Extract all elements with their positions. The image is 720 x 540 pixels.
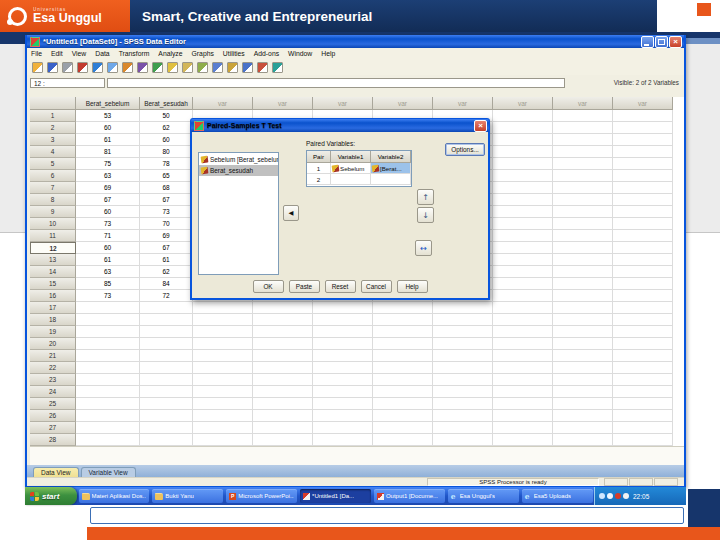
empty-cell[interactable] [313, 434, 373, 446]
empty-cell[interactable] [433, 338, 493, 350]
empty-cell[interactable] [613, 314, 673, 326]
empty-cell[interactable] [433, 314, 493, 326]
cell-berat-sebelum-28[interactable] [76, 434, 140, 446]
empty-cell[interactable] [253, 362, 313, 374]
empty-cell[interactable] [193, 362, 253, 374]
empty-cell[interactable] [253, 434, 313, 446]
empty-cell[interactable] [253, 314, 313, 326]
options-button[interactable]: Options... [445, 143, 485, 156]
empty-cell[interactable] [553, 410, 613, 422]
taskbar-item-materi-aplikasi-dos[interactable]: Materi Aplikasi Dos... [79, 489, 150, 503]
paired-variable-cell[interactable]: [Berat... [371, 163, 411, 174]
row-header-2[interactable]: 2 [30, 122, 76, 134]
taskbar-item-bukti-yanu[interactable]: Bukti Yanu [152, 489, 223, 503]
row-header-9[interactable]: 9 [30, 206, 76, 218]
empty-cell[interactable] [613, 170, 673, 182]
row-header-15[interactable]: 15 [30, 278, 76, 290]
swap-variables-button[interactable]: ↔ [415, 240, 432, 256]
menu-graphs[interactable]: Graphs [192, 50, 214, 57]
row-header-25[interactable]: 25 [30, 398, 76, 410]
move-up-button[interactable]: ↑ [417, 189, 434, 205]
cell-berat-sebelum-22[interactable] [76, 362, 140, 374]
cell-berat-sebelum-21[interactable] [76, 350, 140, 362]
restore-button[interactable] [655, 36, 668, 48]
row-header-18[interactable]: 18 [30, 314, 76, 326]
empty-cell[interactable] [373, 314, 433, 326]
empty-cell[interactable] [253, 398, 313, 410]
empty-cell[interactable] [433, 350, 493, 362]
ok-button[interactable]: OK [253, 280, 284, 293]
empty-cell[interactable] [373, 434, 433, 446]
paired-variable-cell[interactable] [371, 174, 411, 185]
cell-berat-sesudah-21[interactable] [140, 350, 193, 362]
empty-cell[interactable] [493, 170, 553, 182]
empty-cell[interactable] [613, 218, 673, 230]
split-file-icon[interactable] [212, 62, 223, 73]
empty-cell[interactable] [613, 398, 673, 410]
empty-cell[interactable] [433, 422, 493, 434]
empty-cell[interactable] [553, 302, 613, 314]
menu-data[interactable]: Data [95, 50, 109, 57]
empty-cell[interactable] [613, 434, 673, 446]
empty-cell[interactable] [553, 122, 613, 134]
taskbar-item-output1-docume[interactable]: Output1 [Docume... [374, 489, 445, 503]
empty-cell[interactable] [553, 158, 613, 170]
cell-berat-sesudah-20[interactable] [140, 338, 193, 350]
empty-cell[interactable] [553, 182, 613, 194]
empty-cell[interactable] [553, 422, 613, 434]
empty-cell[interactable] [313, 314, 373, 326]
cell-berat-sesudah-26[interactable] [140, 410, 193, 422]
empty-cell[interactable] [613, 206, 673, 218]
empty-cell[interactable] [553, 350, 613, 362]
row-header-27[interactable]: 27 [30, 422, 76, 434]
empty-cell[interactable] [553, 386, 613, 398]
cell-berat-sesudah-14[interactable]: 62 [140, 266, 193, 278]
empty-cell[interactable] [493, 386, 553, 398]
empty-cell[interactable] [253, 410, 313, 422]
cell-berat-sebelum-16[interactable]: 73 [76, 290, 140, 302]
empty-cell[interactable] [493, 374, 553, 386]
empty-cell[interactable] [193, 434, 253, 446]
cell-berat-sebelum-3[interactable]: 61 [76, 134, 140, 146]
empty-cell[interactable] [613, 146, 673, 158]
empty-cell[interactable] [253, 386, 313, 398]
empty-cell[interactable] [373, 302, 433, 314]
empty-cell[interactable] [313, 362, 373, 374]
empty-cell[interactable] [493, 218, 553, 230]
empty-cell[interactable] [553, 218, 613, 230]
empty-cell[interactable] [493, 290, 553, 302]
find-icon[interactable] [167, 62, 178, 73]
empty-cell[interactable] [553, 194, 613, 206]
empty-cell[interactable] [553, 206, 613, 218]
cell-berat-sesudah-3[interactable]: 60 [140, 134, 193, 146]
cell-berat-sesudah-11[interactable]: 69 [140, 230, 193, 242]
select-cases-icon[interactable] [242, 62, 253, 73]
column-header-berat-sebelum[interactable]: Berat_sebelum [76, 97, 140, 110]
empty-cell[interactable] [553, 134, 613, 146]
minimize-button[interactable] [641, 36, 654, 48]
open-file-icon[interactable] [32, 62, 43, 73]
use-sets-icon[interactable] [272, 62, 283, 73]
source-variable-sebelum-berat-sebelum[interactable]: Sebelum [Berat_sebelum] [199, 154, 278, 165]
cell-berat-sebelum-12[interactable]: 60 [76, 242, 140, 254]
row-header-11[interactable]: 11 [30, 230, 76, 242]
empty-cell[interactable] [493, 122, 553, 134]
empty-cell[interactable] [193, 314, 253, 326]
empty-cell[interactable] [493, 146, 553, 158]
cell-berat-sebelum-17[interactable] [76, 302, 140, 314]
menu-file[interactable]: File [31, 50, 42, 57]
empty-cell[interactable] [193, 386, 253, 398]
antivirus-icon[interactable] [615, 493, 621, 499]
empty-cell[interactable] [313, 422, 373, 434]
cell-berat-sesudah-25[interactable] [140, 398, 193, 410]
empty-cell[interactable] [493, 410, 553, 422]
row-header-22[interactable]: 22 [30, 362, 76, 374]
empty-cell[interactable] [553, 110, 613, 122]
taskbar-item-untitled1-da[interactable]: *Untitled1 [Da... [300, 489, 371, 503]
empty-cell[interactable] [373, 374, 433, 386]
empty-cell[interactable] [313, 410, 373, 422]
empty-cell[interactable] [253, 302, 313, 314]
dialog-titlebar[interactable]: Paired-Samples T Test × [191, 119, 489, 132]
tab-data-view[interactable]: Data View [33, 467, 79, 477]
empty-cell[interactable] [493, 362, 553, 374]
